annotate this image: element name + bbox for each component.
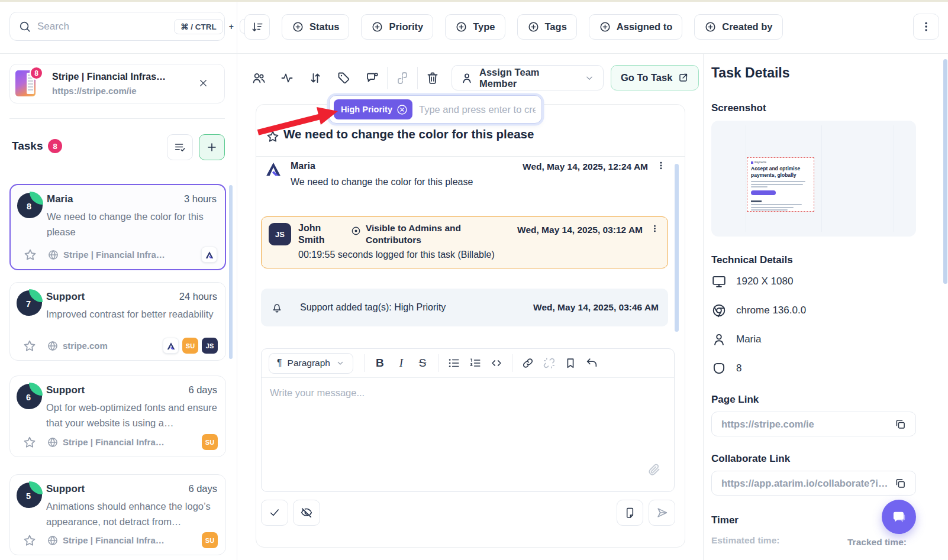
search-box[interactable]: ⌘ / CTRL + K bbox=[9, 12, 225, 41]
italic-glyph: I bbox=[399, 357, 403, 370]
add-task-button[interactable] bbox=[199, 134, 225, 160]
site-task-count-badge: 8 bbox=[30, 66, 43, 80]
unlink-button[interactable] bbox=[539, 353, 560, 373]
attachment-button[interactable] bbox=[647, 462, 661, 477]
send-button[interactable] bbox=[649, 500, 675, 526]
page-link-input[interactable] bbox=[721, 419, 892, 430]
task-list-scrollbar[interactable] bbox=[229, 185, 233, 359]
tag-input-popover[interactable]: High Priority Type and press enter to cr… bbox=[329, 95, 542, 124]
atarim-avatar bbox=[163, 338, 179, 354]
tasks-count-badge: 8 bbox=[48, 139, 62, 153]
favorite-star-icon[interactable] bbox=[22, 435, 37, 449]
filter-assigned-to[interactable]: Assigned to bbox=[589, 14, 682, 40]
favorite-star-icon[interactable] bbox=[23, 248, 37, 262]
header-menu-button[interactable] bbox=[913, 14, 939, 40]
assign-team-member-select[interactable]: Assign Team Member bbox=[452, 65, 604, 90]
resolution-value: 1920 X 1080 bbox=[736, 276, 793, 287]
paragraph-style-select[interactable]: ¶ Paragraph bbox=[269, 353, 353, 374]
creator-row: Maria bbox=[711, 332, 762, 347]
check-icon bbox=[269, 507, 280, 519]
task-title: We need to change the color for this ple… bbox=[283, 127, 534, 141]
task-author: Support bbox=[46, 291, 85, 303]
filter-tags[interactable]: Tags bbox=[517, 14, 577, 40]
undo-button[interactable] bbox=[581, 353, 602, 373]
title-star-icon[interactable] bbox=[266, 130, 280, 144]
header-divider bbox=[0, 53, 948, 54]
tags-button[interactable] bbox=[330, 65, 358, 91]
thread-scrollbar[interactable] bbox=[675, 164, 679, 332]
task-text: Animations should enhance the logo’s app… bbox=[46, 499, 217, 529]
collaborators-button[interactable] bbox=[244, 65, 273, 91]
favorite-star-icon[interactable] bbox=[22, 533, 37, 548]
copy-icon bbox=[894, 418, 907, 430]
comment-menu-button[interactable] bbox=[656, 161, 666, 170]
task-text: Improved contrast for better readability bbox=[46, 307, 217, 322]
link-tasks-button[interactable] bbox=[388, 65, 417, 91]
filter-created-by[interactable]: Created by bbox=[694, 14, 782, 40]
strikethrough-button[interactable]: S bbox=[412, 353, 433, 373]
site-title: Stripe | Financial Infras… bbox=[52, 72, 166, 82]
screenshot-annotation-region: Payments Accept and optimise payments, g… bbox=[747, 157, 814, 212]
go-to-task-label: Go To Task bbox=[621, 72, 672, 83]
site-close-button[interactable] bbox=[198, 77, 209, 89]
right-panel-scrollbar[interactable] bbox=[943, 59, 947, 284]
task-author: Support bbox=[46, 483, 85, 495]
bullet-list-button[interactable] bbox=[443, 353, 465, 373]
avatar-su: SU bbox=[202, 434, 218, 450]
collaborate-link-box[interactable] bbox=[711, 471, 916, 496]
pilcrow-icon: ¶ bbox=[277, 358, 282, 368]
task-number: 8 bbox=[17, 193, 41, 220]
copy-collaborate-link-button[interactable] bbox=[892, 475, 908, 491]
sort-button[interactable] bbox=[244, 14, 270, 40]
link-button[interactable] bbox=[517, 353, 539, 373]
shortcut-plus: + bbox=[229, 22, 234, 31]
filter-status[interactable]: Status bbox=[282, 14, 349, 40]
trash-icon bbox=[425, 71, 440, 85]
internal-note-toggle[interactable] bbox=[293, 500, 320, 526]
task-card-6[interactable]: 6 Support 6 days Opt for web-optimized f… bbox=[9, 376, 226, 457]
time-log-visibility: Visible to Admins and Contributors bbox=[366, 222, 475, 246]
kebab-icon bbox=[650, 224, 659, 233]
activity-button[interactable] bbox=[273, 65, 301, 91]
favorite-star-icon[interactable] bbox=[22, 339, 37, 353]
task-screenshot-thumbnail[interactable]: Payments Accept and optimise payments, g… bbox=[711, 121, 916, 237]
task-card-8[interactable]: 8 Maria 3 hours We need to change the co… bbox=[9, 184, 226, 270]
comment-flag-icon bbox=[365, 71, 379, 85]
collaborate-link-input[interactable] bbox=[721, 478, 892, 489]
screenshot-heading-text: Accept and optimise payments, globally bbox=[751, 166, 810, 179]
feedback-flag-button[interactable] bbox=[358, 65, 386, 91]
go-to-task-button[interactable]: Go To Task bbox=[611, 65, 699, 90]
bold-button[interactable]: B bbox=[369, 353, 391, 373]
avatar-js: JS bbox=[202, 338, 218, 354]
resolve-button[interactable] bbox=[261, 500, 288, 526]
task-list-view-button[interactable] bbox=[167, 134, 193, 160]
task-author: Support bbox=[46, 384, 85, 396]
delete-task-button[interactable] bbox=[418, 65, 447, 91]
filter-type[interactable]: Type bbox=[445, 14, 505, 40]
page-link-box[interactable] bbox=[711, 412, 916, 436]
toolbar-separator bbox=[387, 67, 388, 89]
search-input[interactable] bbox=[37, 21, 168, 33]
chat-widget-button[interactable] bbox=[882, 500, 916, 534]
time-log-text: 00:19:55 seconds logged for this task (B… bbox=[298, 250, 495, 260]
ordered-list-button[interactable] bbox=[465, 353, 486, 373]
globe-icon bbox=[47, 340, 59, 352]
task-card-7[interactable]: 7 Support 24 hours Improved contrast for… bbox=[9, 282, 226, 361]
message-input[interactable]: Write your message... bbox=[262, 378, 674, 492]
remove-tag-icon[interactable] bbox=[396, 103, 408, 116]
bookmark-button[interactable] bbox=[560, 353, 581, 373]
screenshot-cta-pill bbox=[751, 190, 776, 195]
person-icon bbox=[711, 332, 727, 347]
task-number: 7 bbox=[17, 290, 40, 318]
note-button[interactable] bbox=[617, 500, 643, 526]
code-button[interactable] bbox=[486, 353, 507, 373]
task-card-5[interactable]: 5 Support 6 days Animations should enhan… bbox=[9, 474, 226, 555]
editor-separator bbox=[438, 354, 438, 372]
copy-page-link-button[interactable] bbox=[892, 416, 908, 432]
time-log-menu-button[interactable] bbox=[650, 224, 659, 233]
task-site: stripe.com bbox=[63, 341, 108, 351]
italic-button[interactable]: I bbox=[391, 353, 412, 373]
toolbar-separator bbox=[417, 67, 418, 89]
filter-priority[interactable]: Priority bbox=[361, 14, 433, 40]
sort-order-button[interactable] bbox=[301, 65, 330, 91]
